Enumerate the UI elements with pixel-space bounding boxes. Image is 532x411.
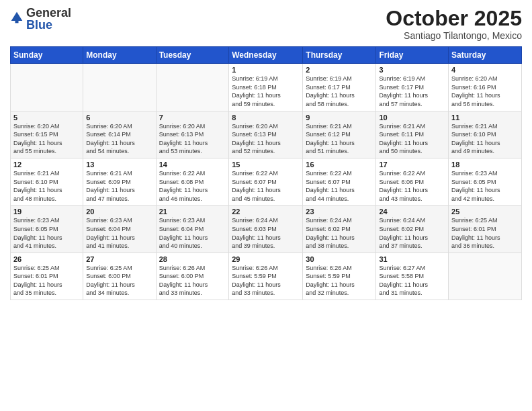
day-number: 11: [451, 113, 519, 122]
table-row: 25Sunrise: 6:25 AM Sunset: 6:01 PM Dayli…: [449, 205, 522, 253]
day-info: Sunrise: 6:26 AM Sunset: 5:59 PM Dayligh…: [232, 264, 300, 298]
table-row: 30Sunrise: 6:26 AM Sunset: 5:59 PM Dayli…: [303, 253, 376, 300]
month-title: October 2025: [386, 7, 522, 30]
day-info: Sunrise: 6:22 AM Sunset: 6:07 PM Dayligh…: [232, 169, 300, 203]
table-row: 18Sunrise: 6:23 AM Sunset: 6:05 PM Dayli…: [449, 158, 522, 205]
col-monday: Monday: [83, 47, 156, 64]
table-row: 28Sunrise: 6:26 AM Sunset: 6:00 PM Dayli…: [156, 253, 229, 300]
day-info: Sunrise: 6:23 AM Sunset: 6:05 PM Dayligh…: [13, 216, 80, 250]
table-row: [11, 64, 83, 111]
day-info: Sunrise: 6:22 AM Sunset: 6:07 PM Dayligh…: [306, 169, 373, 203]
day-number: 28: [159, 255, 226, 263]
day-info: Sunrise: 6:22 AM Sunset: 6:06 PM Dayligh…: [379, 169, 445, 203]
day-number: 16: [306, 161, 373, 169]
day-info: Sunrise: 6:21 AM Sunset: 6:10 PM Dayligh…: [13, 169, 80, 203]
day-number: 24: [379, 208, 445, 216]
day-info: Sunrise: 6:21 AM Sunset: 6:10 PM Dayligh…: [451, 122, 519, 156]
day-number: 14: [159, 161, 226, 169]
logo: General Blue: [10, 7, 71, 31]
day-info: Sunrise: 6:19 AM Sunset: 6:17 PM Dayligh…: [379, 75, 445, 108]
day-number: 2: [306, 66, 373, 74]
day-number: 26: [13, 255, 80, 263]
page-header: General Blue October 2025 Santiago Tilan…: [10, 7, 522, 41]
day-info: Sunrise: 6:19 AM Sunset: 6:17 PM Dayligh…: [306, 75, 373, 108]
calendar-week-row: 12Sunrise: 6:21 AM Sunset: 6:10 PM Dayli…: [11, 158, 522, 205]
table-row: 22Sunrise: 6:24 AM Sunset: 6:03 PM Dayli…: [229, 205, 303, 253]
day-info: Sunrise: 6:20 AM Sunset: 6:13 PM Dayligh…: [232, 122, 300, 156]
calendar-week-row: 5Sunrise: 6:20 AM Sunset: 6:15 PM Daylig…: [11, 111, 522, 158]
day-info: Sunrise: 6:25 AM Sunset: 6:01 PM Dayligh…: [13, 264, 80, 298]
day-number: 3: [379, 66, 445, 74]
table-row: 11Sunrise: 6:21 AM Sunset: 6:10 PM Dayli…: [449, 111, 522, 158]
day-info: Sunrise: 6:23 AM Sunset: 6:04 PM Dayligh…: [159, 216, 226, 250]
col-sunday: Sunday: [11, 47, 83, 64]
table-row: 27Sunrise: 6:25 AM Sunset: 6:00 PM Dayli…: [83, 253, 156, 300]
day-info: Sunrise: 6:20 AM Sunset: 6:14 PM Dayligh…: [86, 122, 152, 156]
day-number: 9: [306, 113, 373, 122]
day-info: Sunrise: 6:24 AM Sunset: 6:02 PM Dayligh…: [306, 216, 373, 250]
table-row: 31Sunrise: 6:27 AM Sunset: 5:58 PM Dayli…: [376, 253, 449, 300]
day-number: 13: [86, 161, 152, 169]
table-row: 8Sunrise: 6:20 AM Sunset: 6:13 PM Daylig…: [229, 111, 303, 158]
table-row: 7Sunrise: 6:20 AM Sunset: 6:13 PM Daylig…: [156, 111, 229, 158]
day-info: Sunrise: 6:20 AM Sunset: 6:16 PM Dayligh…: [451, 75, 519, 108]
table-row: 12Sunrise: 6:21 AM Sunset: 6:10 PM Dayli…: [11, 158, 83, 205]
logo-general: General: [26, 7, 71, 19]
day-info: Sunrise: 6:27 AM Sunset: 5:58 PM Dayligh…: [379, 264, 445, 298]
day-number: 5: [13, 113, 80, 122]
day-info: Sunrise: 6:20 AM Sunset: 6:13 PM Dayligh…: [159, 122, 226, 156]
table-row: 9Sunrise: 6:21 AM Sunset: 6:12 PM Daylig…: [303, 111, 376, 158]
day-number: 30: [306, 255, 373, 263]
day-info: Sunrise: 6:24 AM Sunset: 6:03 PM Dayligh…: [232, 216, 300, 250]
table-row: [156, 64, 229, 111]
day-number: 7: [159, 113, 226, 122]
col-saturday: Saturday: [449, 47, 522, 64]
day-info: Sunrise: 6:24 AM Sunset: 6:02 PM Dayligh…: [379, 216, 445, 250]
day-number: 21: [159, 208, 226, 216]
table-row: 15Sunrise: 6:22 AM Sunset: 6:07 PM Dayli…: [229, 158, 303, 205]
table-row: 2Sunrise: 6:19 AM Sunset: 6:17 PM Daylig…: [303, 64, 376, 111]
day-info: Sunrise: 6:21 AM Sunset: 6:12 PM Dayligh…: [306, 122, 373, 156]
table-row: 14Sunrise: 6:22 AM Sunset: 6:08 PM Dayli…: [156, 158, 229, 205]
table-row: 21Sunrise: 6:23 AM Sunset: 6:04 PM Dayli…: [156, 205, 229, 253]
table-row: 19Sunrise: 6:23 AM Sunset: 6:05 PM Dayli…: [11, 205, 83, 253]
day-number: 23: [306, 208, 373, 216]
day-info: Sunrise: 6:25 AM Sunset: 6:01 PM Dayligh…: [451, 216, 519, 250]
day-number: 4: [451, 66, 519, 74]
table-row: 20Sunrise: 6:23 AM Sunset: 6:04 PM Dayli…: [83, 205, 156, 253]
table-row: [449, 253, 522, 300]
col-thursday: Thursday: [303, 47, 376, 64]
logo-icon: [10, 11, 24, 24]
day-number: 12: [13, 161, 80, 169]
table-row: 10Sunrise: 6:21 AM Sunset: 6:11 PM Dayli…: [376, 111, 449, 158]
table-row: 16Sunrise: 6:22 AM Sunset: 6:07 PM Dayli…: [303, 158, 376, 205]
table-row: 1Sunrise: 6:19 AM Sunset: 6:18 PM Daylig…: [229, 64, 303, 111]
day-info: Sunrise: 6:20 AM Sunset: 6:15 PM Dayligh…: [13, 122, 80, 156]
svg-rect-1: [15, 21, 19, 23]
day-info: Sunrise: 6:22 AM Sunset: 6:08 PM Dayligh…: [159, 169, 226, 203]
svg-marker-0: [11, 12, 23, 21]
day-number: 8: [232, 113, 300, 122]
table-row: 4Sunrise: 6:20 AM Sunset: 6:16 PM Daylig…: [449, 64, 522, 111]
day-number: 29: [232, 255, 300, 263]
location-title: Santiago Tilantongo, Mexico: [386, 30, 522, 41]
day-number: 20: [86, 208, 152, 216]
day-number: 31: [379, 255, 445, 263]
title-section: October 2025 Santiago Tilantongo, Mexico: [386, 7, 522, 41]
table-row: 3Sunrise: 6:19 AM Sunset: 6:17 PM Daylig…: [376, 64, 449, 111]
table-row: 5Sunrise: 6:20 AM Sunset: 6:15 PM Daylig…: [11, 111, 83, 158]
table-row: [83, 64, 156, 111]
day-info: Sunrise: 6:21 AM Sunset: 6:09 PM Dayligh…: [86, 169, 152, 203]
day-info: Sunrise: 6:26 AM Sunset: 5:59 PM Dayligh…: [306, 264, 373, 298]
day-info: Sunrise: 6:19 AM Sunset: 6:18 PM Dayligh…: [232, 75, 300, 108]
calendar-week-row: 1Sunrise: 6:19 AM Sunset: 6:18 PM Daylig…: [11, 64, 522, 111]
calendar-table: Sunday Monday Tuesday Wednesday Thursday…: [10, 46, 522, 300]
day-number: 10: [379, 113, 445, 122]
day-info: Sunrise: 6:23 AM Sunset: 6:05 PM Dayligh…: [451, 169, 519, 203]
logo-blue: Blue: [26, 19, 71, 31]
col-friday: Friday: [376, 47, 449, 64]
day-info: Sunrise: 6:23 AM Sunset: 6:04 PM Dayligh…: [86, 216, 152, 250]
calendar-week-row: 19Sunrise: 6:23 AM Sunset: 6:05 PM Dayli…: [11, 205, 522, 253]
day-number: 6: [86, 113, 152, 122]
table-row: 13Sunrise: 6:21 AM Sunset: 6:09 PM Dayli…: [83, 158, 156, 205]
